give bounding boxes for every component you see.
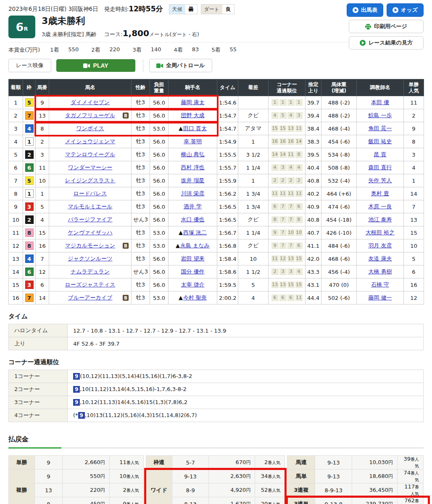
entry-table-button[interactable]: 出馬表 [347,3,383,17]
horse-name-cell: マルモルミエール [49,200,132,213]
jockey-name-link[interactable]: 西村 淳也 [181,164,204,171]
corner-position: 11 [271,255,279,262]
track-condition-badge: ダート 良 [201,4,235,14]
prize-place: 5着 [211,46,220,54]
payout-amount: 220円 [62,483,109,497]
result-row: 14612ナムラデュランせん356.0国分 優作1:58.61 1/223344… [9,265,424,278]
time-cell: 2:00.2 [217,291,238,304]
trainer-name-link[interactable]: 角田 晃一 [368,125,392,131]
trainer-name-link[interactable]: 大橋 勇樹 [368,268,392,275]
trainer-name-link[interactable]: 木原 一良 [368,203,392,210]
body-weight-cell: 468 (-4) [321,122,357,135]
horse-name-link[interactable]: メイショウジェンマ [65,138,116,144]
horse-name-link[interactable]: バラージファイア [68,216,112,223]
horse-number-cell: 3 [36,148,49,161]
play-button[interactable]: PLAY [56,59,135,72]
trainer-name-link[interactable]: 矢作 芳人 [368,177,392,184]
horse-name-link[interactable]: マルモルミエール [68,203,112,210]
jockey-name-link[interactable]: 太宰 啓介 [181,281,204,288]
yen-suffix: 円 [246,488,250,493]
corner-order: 11121315 [270,255,303,262]
frame-cell: 3 [23,200,36,213]
corner-position: 12 [279,255,287,262]
trainer-name-link[interactable]: 石橋 守 [371,281,389,288]
horse-name-link[interactable]: ナムラデュラン [71,268,110,275]
trainer-name-link[interactable]: 飯田 祐史 [368,138,392,144]
win-popularity-cell: 15 [404,226,424,239]
odds-button[interactable]: オッズ [387,3,424,17]
corner-row: 1コーナー9(10,12)(11,13)(5,14)4(15,16)(1,7)6… [9,370,424,383]
trainer-name-link[interactable]: 森田 直行 [368,164,392,171]
corner-order-cell: 13131515 [269,278,306,291]
horse-name-link[interactable]: タガノフリューゲル [65,112,115,118]
print-page-button[interactable]: 印刷用ページ [349,20,424,33]
horse-name-link[interactable]: ロードパレス [74,190,107,197]
results-column-header: 性齢 [132,79,150,96]
jockey-name-link[interactable]: 西塚 洸二 [183,229,207,236]
jockey-name-link[interactable]: 酒井 学 [184,203,202,210]
jockey-name-link[interactable]: 藤岡 康太 [181,99,204,105]
trainer-name-link[interactable]: 昆 貢 [374,151,386,158]
horse-name-link[interactable]: ワンボイス [76,125,104,131]
horse-name-cell: バラージファイア [49,213,132,226]
jockey-name-link[interactable]: 団野 大成 [181,112,204,118]
trainer-cell: 大根田 裕之 [357,226,404,239]
finish-position-cell: 8 [9,187,23,200]
race-video-button[interactable]: レース映像 [8,59,51,72]
jockey-name-link[interactable]: 水口 優也 [181,216,204,223]
jockey-name-link[interactable]: 岩田 望来 [181,255,204,262]
win-popularity-cell: 9 [404,122,424,135]
corner-position: 11 [279,190,287,197]
race-number: 6 [16,21,24,34]
jockey-name-link[interactable]: 国分 優作 [181,268,204,275]
corner-position: 2 [271,177,279,184]
jockey-name-link[interactable]: 横山 典弘 [181,151,204,158]
trainer-name-link[interactable]: 奥村 豊 [371,190,389,197]
horse-name-link[interactable]: レイジングスラスト [65,177,116,184]
corner-position: 7 [287,242,295,249]
last-3f-cell: 39.4 [306,109,321,122]
jockey-name-link[interactable]: 坂井 瑠星 [181,177,204,184]
horse-name-link[interactable]: ローズジャスティス [65,281,115,288]
horse-name-link[interactable]: ワンダーマーシー [68,164,113,171]
corner-position: 7 [279,229,287,236]
jockey-name-link[interactable]: 今村 聖奈 [183,294,207,301]
track-value: 良 [222,5,234,14]
trainer-name-link[interactable]: 本田 優 [371,99,389,105]
yen-suffix: 円 [100,460,105,465]
trainer-name-link[interactable]: 池江 泰寿 [368,216,392,223]
course-detail: メートル(ダート・右) [149,32,199,37]
horse-name-link[interactable]: ケンヴァイザッハ [68,229,112,236]
horse-name-cell: ロードパレス [49,187,132,200]
horse-name-link[interactable]: ブルーアーカイブ [68,294,113,301]
payout-bet-type: 3連単 [287,497,315,504]
trainer-cell: 大橋 勇樹 [357,265,404,278]
horse-name-link[interactable]: マテンロウイーグル [65,151,115,158]
margin-cell: クビ [238,213,269,226]
trainer-name-link[interactable]: 鮫島 一歩 [368,112,392,118]
trainer-name-link[interactable]: 羽月 友彦 [368,242,392,249]
sex-age-cell: 牡3 [132,187,150,200]
sex-age-cell: 牡3 [132,239,150,252]
jockey-name-link[interactable]: 永島 まなみ [180,242,210,249]
prize-amount: 140 [151,46,161,54]
jockey-name-link[interactable]: 幸 英明 [184,138,202,144]
payout-amount: 239,730円 [352,497,398,504]
last-3f-cell: 43.1 [306,278,321,291]
trainer-name-link[interactable]: 藤岡 健一 [368,294,392,301]
payout-row: 3連複8-9-1336,450円117番人気 [287,483,424,497]
jockey-name-link[interactable]: 田口 貫太 [183,125,207,131]
horse-name-link[interactable]: ジャクソンルーツ [68,255,112,262]
margin-cell: 1 1/2 [238,265,269,278]
horse-name-link[interactable]: マジカルモーション [65,242,115,249]
patrol-video-button[interactable]: 全周パトロール [149,59,212,72]
jockey-name-link[interactable]: 川須 栄彦 [181,190,204,197]
body-weight-cell: 464 (+6) [321,187,357,200]
payout-row: 馬連9-1310,030円39番人気 [287,456,424,470]
trainer-name-link[interactable]: 大根田 裕之 [366,229,395,236]
trainer-name-link[interactable]: 友道 康夫 [368,255,392,262]
corner-position: 1 [271,99,279,106]
payout-combination: 9-13 [172,470,209,483]
horse-name-link[interactable]: ダイメイセブン [71,99,110,105]
how-to-read-button[interactable]: レース結果の見方 [349,36,424,50]
